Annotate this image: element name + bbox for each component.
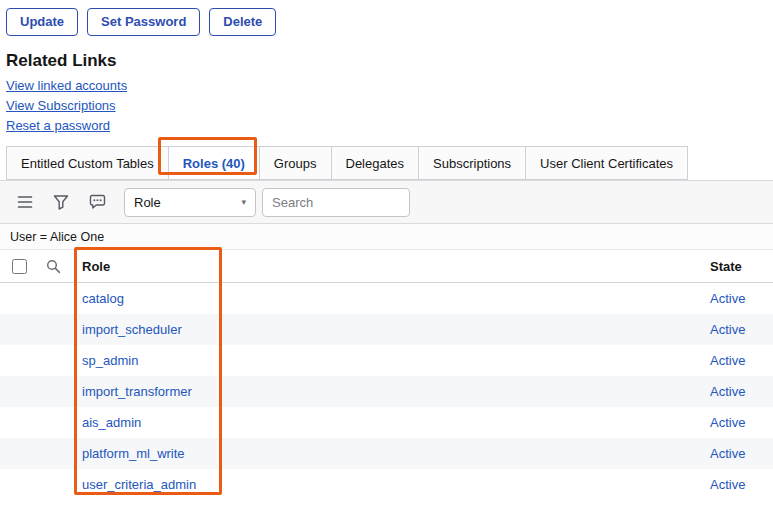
roles-table: Role State catalog Active import_schedul… — [0, 250, 773, 500]
table-row: sp_admin Active — [0, 345, 773, 376]
select-all-cell — [12, 259, 38, 274]
state-link[interactable]: Active — [710, 446, 745, 461]
select-all-checkbox[interactable] — [12, 259, 27, 274]
column-header-state[interactable]: State — [710, 259, 768, 274]
list-icon[interactable] — [10, 187, 40, 217]
related-links-list: View linked accounts View Subscriptions … — [0, 78, 773, 133]
link-reset-a-password[interactable]: Reset a password — [6, 118, 110, 133]
table-row: import_scheduler Active — [0, 314, 773, 345]
tab-roles[interactable]: Roles (40) — [169, 146, 260, 180]
action-button-row: Update Set Password Delete — [0, 0, 773, 36]
role-link[interactable]: catalog — [82, 291, 124, 306]
table-body: catalog Active import_scheduler Active s… — [0, 283, 773, 500]
tab-groups[interactable]: Groups — [260, 146, 332, 180]
feedback-icon-glyph — [89, 194, 106, 210]
role-link[interactable]: platform_ml_write — [82, 446, 185, 461]
update-button[interactable]: Update — [6, 8, 78, 36]
table-row: catalog Active — [0, 283, 773, 314]
filter-condition-text: User = Alice One — [10, 230, 104, 244]
tab-delegates[interactable]: Delegates — [332, 146, 420, 180]
list-filter-breadcrumb[interactable]: User = Alice One — [0, 224, 773, 250]
delete-button[interactable]: Delete — [209, 8, 276, 36]
link-view-linked-accounts[interactable]: View linked accounts — [6, 78, 127, 93]
search-column-select[interactable]: Role ▾ — [124, 188, 256, 217]
table-row: ais_admin Active — [0, 407, 773, 438]
table-row: user_criteria_admin Active — [0, 469, 773, 500]
search-input[interactable] — [262, 188, 410, 217]
link-view-subscriptions[interactable]: View Subscriptions — [6, 98, 116, 113]
table-header-row: Role State — [0, 250, 773, 283]
tab-bar: Entitled Custom Tables Roles (40) Groups… — [0, 146, 773, 180]
tab-subscriptions[interactable]: Subscriptions — [419, 146, 526, 180]
search-column-select-value: Role — [134, 195, 161, 210]
table-row: import_transformer Active — [0, 376, 773, 407]
state-link[interactable]: Active — [710, 477, 745, 492]
role-link[interactable]: sp_admin — [82, 353, 138, 368]
column-header-role[interactable]: Role — [68, 259, 710, 274]
set-password-button[interactable]: Set Password — [87, 8, 200, 36]
chevron-down-icon: ▾ — [241, 197, 246, 207]
role-link[interactable]: import_transformer — [82, 384, 192, 399]
state-link[interactable]: Active — [710, 322, 745, 337]
tab-entitled-custom-tables[interactable]: Entitled Custom Tables — [6, 146, 169, 180]
state-link[interactable]: Active — [710, 415, 745, 430]
related-links-title: Related Links — [6, 51, 773, 71]
feedback-icon[interactable] — [82, 187, 112, 217]
list-icon-glyph — [17, 195, 33, 209]
filter-icon[interactable] — [46, 187, 76, 217]
tab-user-client-certificates[interactable]: User Client Certificates — [526, 146, 688, 180]
list-toolbar: Role ▾ — [0, 180, 773, 224]
state-link[interactable]: Active — [710, 291, 745, 306]
state-link[interactable]: Active — [710, 384, 745, 399]
filter-icon-glyph — [53, 194, 69, 210]
table-row: platform_ml_write Active — [0, 438, 773, 469]
role-link[interactable]: import_scheduler — [82, 322, 182, 337]
role-link[interactable]: user_criteria_admin — [82, 477, 196, 492]
role-link[interactable]: ais_admin — [82, 415, 141, 430]
column-search-cell — [38, 259, 68, 274]
state-link[interactable]: Active — [710, 353, 745, 368]
search-icon[interactable] — [46, 259, 61, 274]
